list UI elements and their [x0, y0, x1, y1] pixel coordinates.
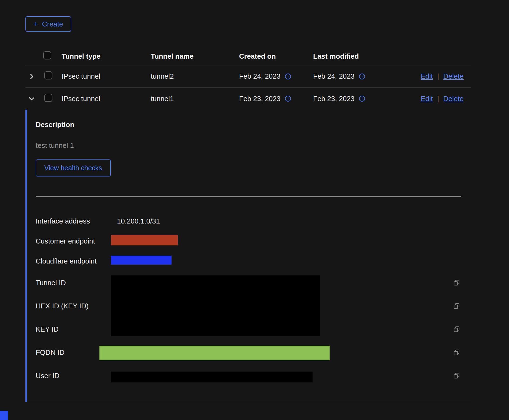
tunnel-ids-redaction — [111, 275, 320, 336]
cloudflare-endpoint-label: Cloudflare endpoint — [36, 257, 111, 265]
copy-icon — [453, 372, 460, 379]
tunnels-page: + Create Tunnel type Tunnel name Created… — [0, 0, 509, 110]
tunnel-id-group: Tunnel ID HEX ID (KEY ID) KEY ID — [36, 271, 471, 387]
row-checkbox[interactable] — [44, 94, 52, 102]
copy-icon — [453, 349, 460, 356]
tunnels-table: Tunnel type Tunnel name Created on Last … — [25, 47, 471, 110]
description-label: Description — [36, 121, 471, 129]
panel-divider — [36, 196, 461, 197]
fqdn-id-redaction — [99, 346, 330, 360]
last-modified-cell: Feb 24, 2023 — [313, 72, 354, 81]
created-on-cell: Feb 24, 2023 — [239, 72, 280, 81]
bottom-left-blue-artifact — [0, 411, 8, 420]
user-id-redaction — [111, 372, 313, 382]
view-health-checks-button[interactable]: View health checks — [36, 159, 111, 176]
interface-address-label: Interface address — [36, 217, 111, 225]
edit-link[interactable]: Edit — [421, 72, 433, 81]
col-header-created-on: Created on — [239, 52, 313, 61]
last-modified-info-button[interactable] — [359, 73, 365, 80]
last-modified-info-button[interactable] — [359, 95, 365, 102]
key-id-label: KEY ID — [36, 325, 111, 334]
created-on-info-button[interactable] — [285, 73, 291, 80]
expand-row-button[interactable] — [27, 72, 36, 81]
info-icon — [359, 73, 365, 80]
customer-endpoint-redaction — [111, 235, 178, 245]
tunnel-name-cell: tunnel1 — [151, 95, 239, 103]
action-separator: | — [437, 95, 439, 103]
interface-address-row: Interface address 10.200.1.0/31 — [36, 211, 471, 231]
copy-key-id-button[interactable] — [451, 324, 462, 334]
created-on-cell: Feb 23, 2023 — [239, 95, 280, 103]
tunnel-fields: Interface address 10.200.1.0/31 Customer… — [36, 211, 471, 387]
col-header-tunnel-name: Tunnel name — [151, 52, 239, 61]
row-checkbox[interactable] — [44, 71, 52, 79]
edit-link[interactable]: Edit — [421, 95, 433, 103]
select-all-checkbox[interactable] — [43, 51, 51, 59]
description-value: test tunnel 1 — [36, 141, 471, 150]
user-id-label: User ID — [36, 372, 111, 380]
create-button[interactable]: + Create — [25, 16, 71, 32]
info-icon — [285, 73, 291, 80]
plus-icon: + — [34, 21, 38, 27]
table-row: IPsec tunnel tunnel2 Feb 24, 2023 Feb 24… — [25, 65, 471, 88]
table-header-row: Tunnel type Tunnel name Created on Last … — [25, 47, 471, 65]
chevron-right-icon — [28, 73, 35, 80]
tunnel-detail-panel: Description test tunnel 1 View health ch… — [25, 110, 471, 402]
copy-icon — [453, 302, 460, 309]
collapse-row-button[interactable] — [27, 94, 36, 103]
hex-id-label: HEX ID (KEY ID) — [36, 302, 111, 310]
action-separator: | — [437, 72, 439, 81]
tunnel-name-cell: tunnel2 — [151, 72, 239, 81]
chevron-down-icon — [28, 95, 35, 102]
delete-link[interactable]: Delete — [443, 72, 464, 81]
col-header-last-modified: Last modified — [313, 52, 392, 61]
copy-fqdn-id-button[interactable] — [451, 347, 462, 358]
delete-link[interactable]: Delete — [443, 95, 464, 103]
copy-user-id-button[interactable] — [451, 371, 462, 381]
tunnel-id-label: Tunnel ID — [36, 279, 111, 287]
customer-endpoint-row: Customer endpoint — [36, 231, 471, 251]
created-on-info-button[interactable] — [285, 95, 291, 102]
table-row: IPsec tunnel tunnel1 Feb 23, 2023 Feb 23… — [25, 88, 471, 110]
cloudflare-endpoint-redaction — [111, 256, 172, 265]
info-icon — [359, 95, 365, 102]
col-header-tunnel-type: Tunnel type — [62, 52, 151, 61]
tunnel-type-cell: IPsec tunnel — [62, 72, 151, 81]
copy-tunnel-id-button[interactable] — [451, 278, 462, 288]
interface-address-value: 10.200.1.0/31 — [111, 217, 451, 225]
last-modified-cell: Feb 23, 2023 — [313, 95, 354, 103]
info-icon — [285, 95, 291, 102]
cloudflare-endpoint-row: Cloudflare endpoint — [36, 251, 471, 271]
create-button-label: Create — [42, 21, 63, 28]
copy-hex-id-button[interactable] — [451, 301, 462, 311]
tunnel-type-cell: IPsec tunnel — [62, 95, 151, 103]
copy-icon — [453, 279, 460, 286]
customer-endpoint-label: Customer endpoint — [36, 237, 111, 245]
copy-icon — [453, 326, 460, 333]
